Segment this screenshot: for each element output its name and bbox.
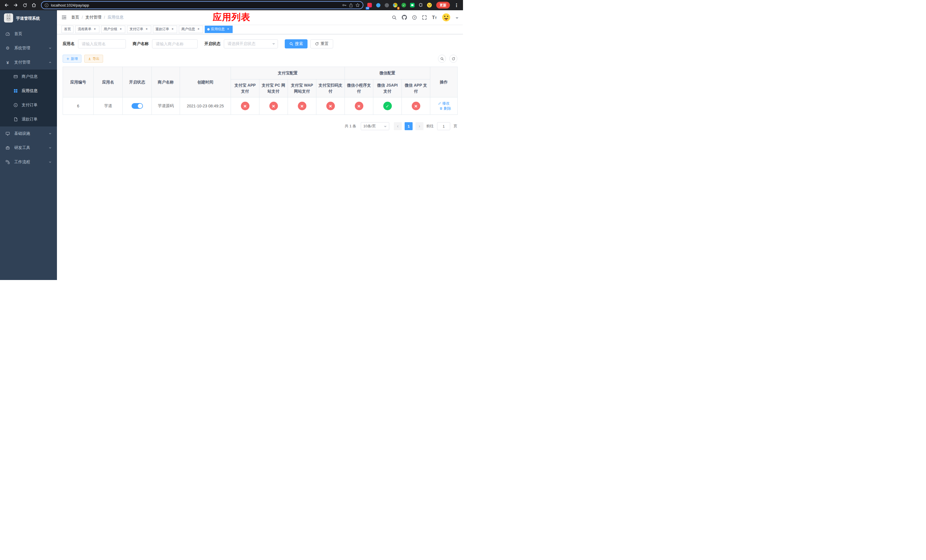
close-icon[interactable] <box>93 27 97 31</box>
tab-process-form[interactable]: 流程表单 <box>75 26 99 33</box>
sidebar-item-app-info[interactable]: 应用信息 <box>0 84 57 98</box>
goto-page-input[interactable] <box>437 122 450 130</box>
avatar-dropdown-caret-icon[interactable] <box>455 17 458 20</box>
chrome-menu-icon[interactable] <box>452 1 461 9</box>
breadcrumb-home[interactable]: 首页 <box>71 15 79 20</box>
add-button[interactable]: 新增 <box>63 55 82 63</box>
extension-icon-1[interactable]: 10 <box>366 2 373 9</box>
sidebar-item-payment[interactable]: 支付管理 <box>0 55 57 70</box>
bookmark-star-icon[interactable] <box>356 3 360 8</box>
help-icon[interactable]: ? <box>412 15 417 20</box>
page-title: 应用列表 <box>213 11 250 24</box>
tab-app-info[interactable]: 应用信息 <box>205 26 233 33</box>
extension-icon-2[interactable] <box>375 2 381 9</box>
browser-reload-icon[interactable] <box>21 1 29 9</box>
reset-button[interactable]: 重置 <box>310 39 333 48</box>
toolbox-icon <box>5 145 10 150</box>
sidebar-item-label: 支付管理 <box>14 60 30 65</box>
svg-text:¥: ¥ <box>15 104 17 106</box>
chrome-update-button[interactable]: 更新 <box>436 2 450 9</box>
gear-icon <box>5 45 10 51</box>
cell-alipay-wap <box>288 97 316 115</box>
sidebar-item-workflow[interactable]: 工作流程 <box>0 155 57 169</box>
sidebar-item-dev-tools[interactable]: 研发工具 <box>0 141 57 155</box>
extension-icon-6[interactable] <box>409 2 416 9</box>
page-1-button[interactable]: 1 <box>405 122 413 130</box>
merchant-name-input[interactable] <box>152 39 198 48</box>
page-size-value: 10条/页 <box>363 124 376 129</box>
cell-merchant: 芋道源码 <box>152 97 180 115</box>
profile-avatar-icon[interactable] <box>426 2 433 9</box>
sidebar-item-infrastructure[interactable]: 基础设施 <box>0 127 57 141</box>
close-icon[interactable] <box>119 27 123 31</box>
github-icon[interactable] <box>402 15 407 20</box>
close-icon[interactable] <box>171 27 174 31</box>
user-avatar[interactable] <box>442 13 451 22</box>
active-dot-icon <box>207 28 210 30</box>
cell-app-name: 芋道 <box>94 97 123 115</box>
address-bar[interactable]: localhost:1024/pay/app <box>41 1 363 9</box>
edit-link[interactable]: 修改 <box>438 101 449 106</box>
tab-merchant-info[interactable]: 商户信息 <box>179 26 203 33</box>
sidebar-item-label: 退款订单 <box>22 117 38 122</box>
app-name-label: 应用名 <box>63 41 75 47</box>
monitor-icon <box>5 131 10 136</box>
browser-forward-icon[interactable] <box>11 1 20 9</box>
extensions-puzzle-icon[interactable] <box>418 2 424 9</box>
close-icon[interactable] <box>145 27 149 31</box>
search-icon[interactable] <box>392 15 396 20</box>
tab-refund-order[interactable]: 退款订单 <box>153 26 177 33</box>
status-select-placeholder: 请选择开启状态 <box>227 41 256 47</box>
delete-link[interactable]: 删除 <box>439 106 451 111</box>
tab-user-group[interactable]: 用户分组 <box>101 26 125 33</box>
sidebar-item-system[interactable]: 系统管理 <box>0 41 57 55</box>
tab-home[interactable]: 首页 <box>62 26 73 33</box>
status-select[interactable]: 请选择开启状态 <box>224 39 278 48</box>
sidebar-item-merchant-info[interactable]: 商户信息 <box>0 70 57 84</box>
font-size-icon[interactable]: TT <box>432 15 437 20</box>
browser-home-icon[interactable] <box>30 1 38 9</box>
dashboard-icon <box>5 32 10 36</box>
col-alipay-pc: 支付宝 PC 网站支付 <box>259 79 288 97</box>
table-tools <box>438 55 457 63</box>
col-wx-jsapi: 微信 JSAPI 支付 <box>373 79 402 97</box>
browser-back-icon[interactable] <box>2 1 11 9</box>
site-info-icon[interactable] <box>44 3 49 8</box>
sidebar-item-label: 应用信息 <box>22 88 38 94</box>
sidebar-toggle-icon[interactable] <box>62 15 67 20</box>
delete-link-label: 删除 <box>443 106 451 111</box>
page-size-select[interactable]: 10条/页 <box>361 122 389 130</box>
sidebar-item-label: 工作流程 <box>14 159 30 165</box>
fullscreen-icon[interactable] <box>422 15 427 20</box>
breadcrumb-payment[interactable]: 支付管理 <box>85 15 101 20</box>
grid-icon <box>13 89 18 93</box>
flow-icon <box>5 160 10 164</box>
col-created: 创建时间 <box>180 67 231 97</box>
sidebar-item-refund-order[interactable]: 退款订单 <box>0 112 57 127</box>
password-key-icon[interactable] <box>342 3 346 8</box>
sidebar-item-label: 基础设施 <box>14 131 30 136</box>
enabled-toggle[interactable] <box>132 103 143 109</box>
next-page-button[interactable] <box>415 122 424 130</box>
app-name-input[interactable] <box>78 39 126 48</box>
tab-label: 首页 <box>64 27 71 32</box>
close-icon[interactable] <box>197 27 200 31</box>
share-icon[interactable] <box>349 3 353 8</box>
extension-icon-5[interactable] <box>400 2 407 9</box>
cell-wx-mini <box>345 97 373 115</box>
tab-pay-order[interactable]: 支付订单 <box>127 26 151 33</box>
export-button[interactable]: 导出 <box>84 55 103 63</box>
extension-icon-4[interactable]: 1 <box>392 2 399 9</box>
extension-icon-3[interactable] <box>383 2 390 9</box>
sidebar-item-pay-order[interactable]: ¥ 支付订单 <box>0 98 57 112</box>
table-toolbar: 新增 导出 <box>63 55 457 63</box>
toggle-search-button[interactable] <box>438 55 446 63</box>
close-icon[interactable] <box>226 27 230 31</box>
tab-label: 商户信息 <box>182 27 195 32</box>
prev-page-button[interactable] <box>394 122 402 130</box>
refresh-button[interactable] <box>449 55 457 63</box>
extension-badge: 10 <box>366 7 369 10</box>
sidebar-item-home[interactable]: 首页 <box>0 27 57 41</box>
search-button[interactable]: 搜索 <box>285 39 307 48</box>
breadcrumb-separator: / <box>104 15 105 20</box>
